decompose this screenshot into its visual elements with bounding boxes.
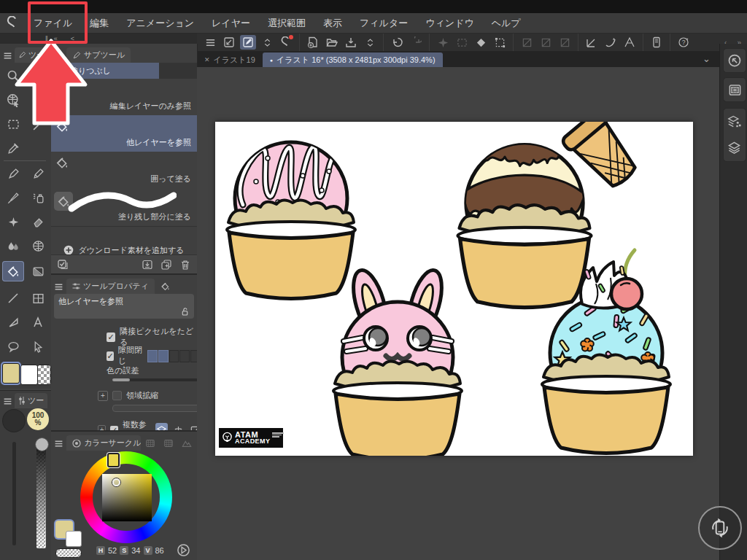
checkbox-checked-icon[interactable]: ✓ <box>107 351 114 361</box>
tool-property-menu-icon[interactable] <box>54 282 63 292</box>
brush-size-preview[interactable] <box>3 410 25 432</box>
tab-color-history[interactable] <box>159 435 177 451</box>
color-panel-menu-icon[interactable] <box>54 439 63 448</box>
opacity-slider[interactable] <box>36 440 46 548</box>
rotate-canvas-button[interactable] <box>698 506 742 550</box>
gap-level-1[interactable] <box>147 350 158 362</box>
help-icon[interactable] <box>676 35 692 50</box>
edit-mode-icon[interactable] <box>240 35 256 50</box>
unlock-icon[interactable] <box>180 307 190 316</box>
command-bar-menu-icon[interactable] <box>202 35 218 50</box>
ruler-b-icon[interactable] <box>538 35 554 50</box>
open-file-icon[interactable] <box>324 35 340 50</box>
save-options-chevrons-icon[interactable] <box>362 35 378 50</box>
blend-tool[interactable] <box>2 236 24 256</box>
save-file-icon[interactable] <box>343 35 359 50</box>
tab-brush-detail[interactable] <box>155 279 176 294</box>
tab-tool-2[interactable]: ツー <box>15 393 47 408</box>
tool-palette-menu-icon[interactable] <box>3 51 12 61</box>
quick-zoom-button[interactable] <box>723 48 746 73</box>
sv-marker[interactable] <box>112 478 120 486</box>
brush-size-slider[interactable] <box>12 442 16 545</box>
clip-studio-logo-icon[interactable] <box>0 16 25 30</box>
sub-color-swatch[interactable] <box>66 531 82 547</box>
snap-special-ruler-icon[interactable] <box>603 35 619 50</box>
gap-level-2[interactable] <box>158 350 169 362</box>
layer-property-button[interactable] <box>723 109 745 133</box>
checkbox-unchecked-icon[interactable] <box>112 391 122 400</box>
duplicate-subtool-icon[interactable] <box>160 259 172 271</box>
menu-view[interactable]: 表示 <box>314 14 351 33</box>
checkbox-checked-icon[interactable]: ✓ <box>107 332 115 342</box>
brush-tool[interactable] <box>2 187 24 208</box>
fill-tool[interactable] <box>2 261 24 281</box>
redo-icon[interactable] <box>408 35 424 50</box>
snap-grid-icon[interactable] <box>622 35 638 50</box>
fill-selection-icon[interactable] <box>473 35 489 50</box>
reselect-icon[interactable] <box>454 35 470 50</box>
new-canvas-icon[interactable] <box>305 35 321 50</box>
hue-value[interactable]: 52 <box>108 546 117 555</box>
transform-icon[interactable] <box>492 35 508 50</box>
object-tool[interactable] <box>27 336 49 357</box>
expand-plus-icon[interactable]: + <box>98 391 108 401</box>
sub-color-swatch[interactable] <box>20 365 38 385</box>
gradient-tool[interactable] <box>27 261 49 281</box>
tab-illust16[interactable]: ● イラスト 16* (3508 x 2481px 300dpi 39.4%) <box>263 52 443 67</box>
gap-level-3[interactable] <box>169 350 179 362</box>
menu-help[interactable]: ヘルプ <box>483 14 530 33</box>
opacity-slider-knob[interactable] <box>35 438 49 451</box>
sv-square[interactable] <box>102 474 152 521</box>
opacity-value-badge[interactable]: 100 % <box>27 408 49 430</box>
tab-close-icon[interactable]: ✕ <box>204 56 210 63</box>
canvas-viewport[interactable]: ATAM ACADEMY <box>197 67 719 560</box>
mode-switch-chevrons-icon[interactable] <box>259 35 275 50</box>
polyline-tool[interactable] <box>2 312 24 332</box>
tab-tool-property[interactable]: ツールプロパティ <box>66 279 155 294</box>
color-mix-icon[interactable] <box>177 543 190 557</box>
delete-subtool-icon[interactable] <box>179 259 191 271</box>
tab-approx-color[interactable] <box>177 435 196 451</box>
eyedropper-tool[interactable] <box>2 138 24 158</box>
import-subtool-icon[interactable] <box>142 259 153 271</box>
decoration-tool[interactable] <box>2 211 24 232</box>
ruler-a-icon[interactable] <box>519 35 535 50</box>
menu-animation[interactable]: アニメーション <box>117 14 203 33</box>
menu-window[interactable]: ウィンドウ <box>417 14 483 33</box>
undo-icon[interactable] <box>389 35 405 50</box>
option-area-scaling[interactable]: + 領域拡縮 <box>98 390 158 401</box>
transparent-color-button[interactable] <box>55 548 82 558</box>
saturation-value[interactable]: 34 <box>131 546 140 555</box>
document-canvas[interactable]: ATAM ACADEMY <box>215 122 693 456</box>
ruler-c-icon[interactable] <box>557 35 573 50</box>
subtool-item-2[interactable]: 囲って塗る <box>51 152 197 189</box>
subtool-item-3[interactable]: 塗り残し部分に塗る <box>51 188 197 227</box>
menu-selection[interactable]: 選択範囲 <box>259 14 314 33</box>
menu-layer[interactable]: レイヤー <box>203 14 259 33</box>
area-scaling-slider[interactable] <box>112 405 201 412</box>
lock-settings-icon[interactable] <box>57 259 69 271</box>
airbrush-tool[interactable] <box>27 187 49 208</box>
text-tool[interactable] <box>27 312 49 332</box>
liquify-tool[interactable] <box>27 236 49 256</box>
tab-color-set[interactable] <box>141 435 159 451</box>
companion-mode-icon[interactable] <box>649 35 665 50</box>
fit-screen-icon[interactable] <box>221 35 237 50</box>
balloon-tool[interactable] <box>2 336 24 357</box>
tab-illust19[interactable]: ✕ イラスト19 <box>197 52 263 67</box>
tab-color-circle[interactable]: カラーサークル <box>66 435 141 451</box>
pen-tool[interactable] <box>2 163 24 184</box>
layer-panel-button[interactable] <box>723 136 745 159</box>
menu-filter[interactable]: フィルター <box>351 14 417 33</box>
value-value[interactable]: 86 <box>155 546 164 555</box>
eraser-tool[interactable] <box>27 211 49 232</box>
deselect-icon[interactable] <box>435 35 451 50</box>
snap-ruler-icon[interactable] <box>584 35 600 50</box>
pencil-tool[interactable] <box>27 163 49 184</box>
tab-list-chevron-icon[interactable]: ⌄ <box>703 53 719 67</box>
gap-level-4[interactable] <box>179 350 190 362</box>
clip-studio-news-icon[interactable] <box>278 35 294 50</box>
transparent-color-swatch[interactable] <box>37 365 51 385</box>
material-panel-button[interactable] <box>723 77 746 102</box>
hue-marker[interactable] <box>107 453 120 467</box>
